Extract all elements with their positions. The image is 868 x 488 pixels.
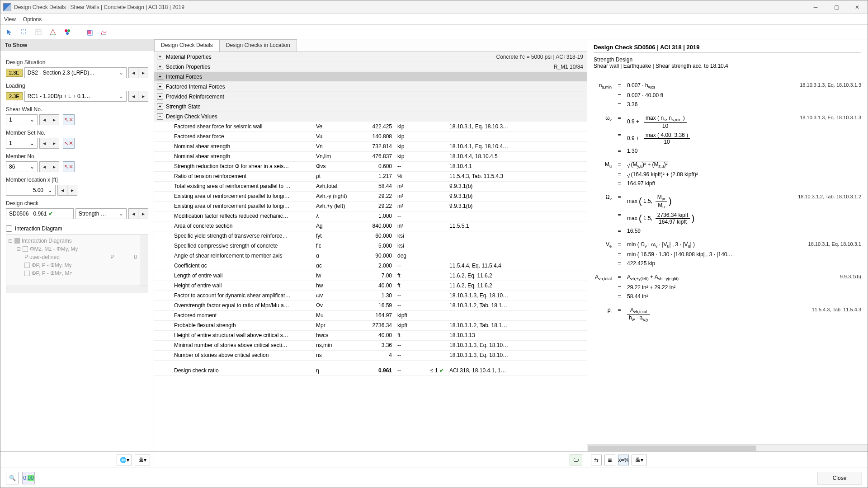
table-row[interactable]: Factored shear force for seismic wallVe4… [154,122,587,131]
table-row[interactable]: Specified compressive strength of concre… [154,241,587,251]
ds-next-button[interactable]: ▸ [138,67,148,78]
ms-pick-button[interactable]: ↖✕ [63,138,75,149]
shear-wall-no-select[interactable]: 1⌄ [6,114,38,125]
tool-section-icon[interactable] [84,27,94,38]
loc-next-button[interactable]: ▸ [67,185,77,196]
m-pick-button[interactable]: ↖✕ [63,161,75,172]
sw-next-button[interactable]: ▸ [49,114,59,125]
section-row[interactable]: −Design Check Values [154,112,587,122]
expander-icon[interactable]: + [157,54,163,60]
table-row[interactable]: Factored shear forceVu140.808kip [154,131,587,141]
section-row[interactable]: +Material PropertiesConcrete f'c = 5000 … [154,52,587,62]
toolbar [0,25,868,39]
search-button[interactable]: 🔍 [6,472,19,484]
globe-button[interactable]: 🌐▾ [117,455,132,465]
right-print-button[interactable]: 🖶▾ [632,455,647,465]
loading-select[interactable]: RC1 - 1.20D/p + L + 0.1…⌄ [24,91,127,102]
tool-table-icon[interactable] [33,27,44,38]
table-row[interactable]: Strength reduction factor Φ for shear in… [154,161,587,171]
table-row[interactable]: Factor to account for dynamic shear ampl… [154,291,587,300]
units-button[interactable]: 0,00 [22,472,35,484]
print-button[interactable]: 🖶▾ [135,455,150,465]
sw-prev-button[interactable]: ◂ [39,114,49,125]
expander-icon[interactable]: + [157,74,163,80]
member-location-select[interactable]: 5.00⌄ [6,185,56,196]
svg-point-2 [65,29,67,32]
table-row[interactable]: Total existing area of reinforcement par… [154,181,587,191]
tool-diagram-icon[interactable] [98,27,109,38]
design-check-name-select[interactable]: Strength …⌄ [75,208,127,219]
right-sub1: Strength Design [594,56,861,63]
table-row[interactable]: Factored momentMu164.97kipft [154,310,587,320]
section-row[interactable]: +Provided Reinforcement [154,92,587,102]
table-row[interactable]: Nominal shear strengthVn,lim476.837kip18… [154,151,587,161]
table-row[interactable]: Existing area of reinforcement parallel … [154,191,587,201]
table-row[interactable]: Number of stories above critical section… [154,350,587,360]
minimize-button[interactable]: ─ [805,0,826,14]
expander-icon[interactable]: + [157,103,163,110]
table-row[interactable]: Area of concrete sectionAg840.000in²11.5… [154,221,587,231]
right-tool3-icon[interactable]: x=¾ [618,455,629,465]
table-row[interactable]: Overstrength factor equal to ratio of Mp… [154,300,587,310]
loading-next-button[interactable]: ▸ [138,91,148,102]
table-row[interactable]: Probable flexural strengthMpr2736.34kipf… [154,320,587,330]
ds-prev-button[interactable]: ◂ [128,67,138,78]
dc-prev-button[interactable]: ◂ [128,208,138,219]
table-row[interactable]: Specific yield strength of transverse re… [154,231,587,241]
svg-point-4 [66,32,69,35]
expander-icon[interactable]: − [157,113,163,120]
m-next-button[interactable]: ▸ [49,161,59,172]
svg-rect-1 [36,29,41,35]
close-window-button[interactable]: ✕ [847,0,868,14]
section-row[interactable]: +Factored Internal Forces [154,82,587,92]
bottombar: 🔍 0,00 Close [0,468,868,488]
table-row[interactable]: Coefficient αcαc2.000--11.5.4.4, Eq. 11.… [154,261,587,271]
m-prev-button[interactable]: ◂ [39,161,49,172]
tab-location[interactable]: Design Checks in Location [219,39,297,52]
design-situation-select[interactable]: DS2 - Section 2.3 (LRFD)…⌄ [24,67,127,78]
maximize-button[interactable]: ▢ [826,0,847,14]
right-tool1-icon[interactable]: ⇆ [591,455,602,465]
shear-wall-no-label: Shear Wall No. [6,106,148,113]
menu-view[interactable]: View [4,16,16,23]
loading-prev-button[interactable]: ◂ [128,91,138,102]
svg-rect-5 [87,30,91,34]
export-button[interactable]: 🖵 [570,455,582,465]
table-row[interactable]: Ratio of tension reinforcementρt1.217%11… [154,171,587,181]
right-tool2-icon[interactable]: ≣ [604,455,615,465]
table-row[interactable]: Modification factor reflects reduced mec… [154,211,587,221]
interaction-diagram-checkbox[interactable] [6,225,12,232]
right-scrollbar-h[interactable] [587,444,868,451]
dc-next-button[interactable]: ▸ [138,208,148,219]
menu-options[interactable]: Options [23,16,42,23]
table-row[interactable]: Length of entire walllw7.00ft11.6.2, Eq.… [154,271,587,281]
design-situation-badge: 2.3E [6,69,23,77]
loc-prev-button[interactable]: ◂ [57,185,67,196]
ms-next-button[interactable]: ▸ [49,138,59,149]
expander-icon[interactable]: + [157,84,163,90]
expander-icon[interactable]: + [157,94,163,100]
ms-prev-button[interactable]: ◂ [39,138,49,149]
tool-colors-icon[interactable] [62,27,73,38]
tool-cursor-icon[interactable] [4,27,15,38]
table-row[interactable]: Height of entire wallhw40.00ft11.6.2, Eq… [154,281,587,291]
tool-forces-icon[interactable] [47,27,58,38]
sw-pick-button[interactable]: ↖✕ [63,114,75,125]
tree-scrollbar-h[interactable] [6,286,148,293]
table-row[interactable]: Minimal number of stories above critical… [154,340,587,350]
tool-select-icon[interactable] [19,27,29,38]
section-row[interactable]: +Section PropertiesR_M1 10/84 [154,62,587,72]
member-set-no-select[interactable]: 1⌄ [6,138,38,149]
table-row[interactable]: Angle of shear reinforcement to member a… [154,251,587,261]
section-row[interactable]: +Internal Forces [154,72,587,82]
table-row[interactable]: Nominal shear strengthVn732.814kip18.10.… [154,141,587,151]
member-no-select[interactable]: 86⌄ [6,161,38,172]
table-row[interactable]: Existing area of reinforcement parallel … [154,201,587,211]
table-row[interactable]: Height of entire structural wall above c… [154,330,587,340]
section-row[interactable]: +Strength State [154,102,587,112]
close-button[interactable]: Close [817,472,862,484]
design-check-code-field[interactable]: SD0506 0.961 ✔ [6,208,74,219]
expander-icon[interactable]: + [157,64,163,70]
tab-details[interactable]: Design Check Details [154,39,220,52]
tree-scrollbar-v[interactable] [141,235,148,286]
